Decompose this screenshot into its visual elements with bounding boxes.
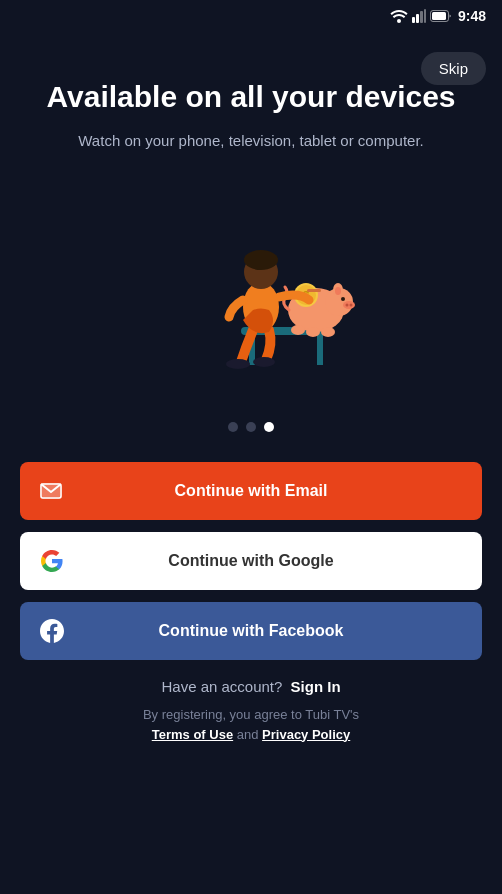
email-button-label: Continue with Email [175, 482, 328, 500]
hero-title: Available on all your devices [46, 78, 455, 116]
svg-point-27 [244, 250, 278, 270]
svg-point-15 [346, 304, 349, 307]
facebook-button-label: Continue with Facebook [159, 622, 344, 640]
svg-point-29 [253, 357, 275, 367]
svg-rect-2 [416, 14, 419, 23]
svg-rect-3 [420, 11, 423, 23]
wifi-icon [390, 9, 408, 23]
terms-of-use-link[interactable]: Terms of Use [152, 727, 233, 742]
terms-separator: and [237, 727, 262, 742]
svg-point-20 [321, 327, 335, 337]
svg-point-18 [291, 325, 305, 335]
account-question: Have an account? [161, 678, 282, 695]
svg-rect-24 [307, 289, 321, 292]
google-button-label: Continue with Google [168, 552, 333, 570]
status-time: 9:48 [458, 8, 486, 24]
continue-google-button[interactable]: Continue with Google [20, 532, 482, 590]
svg-point-19 [306, 327, 320, 337]
terms-prefix: By registering, you agree to Tubi TV's [143, 707, 359, 722]
skip-button[interactable]: Skip [421, 52, 486, 85]
dot-3 [264, 422, 274, 432]
privacy-policy-link[interactable]: Privacy Policy [262, 727, 350, 742]
svg-point-13 [335, 287, 341, 295]
dot-2 [246, 422, 256, 432]
hero-subtitle: Watch on your phone, television, tablet … [78, 130, 423, 153]
svg-point-0 [397, 19, 401, 23]
status-icons [390, 9, 452, 23]
continue-email-button[interactable]: Continue with Email [20, 462, 482, 520]
signal-icon [412, 9, 426, 23]
illustration: $ [141, 192, 361, 392]
pagination-dots [228, 422, 274, 432]
svg-rect-6 [432, 12, 446, 20]
dot-1 [228, 422, 238, 432]
svg-point-14 [343, 301, 355, 309]
sign-in-link[interactable]: Sign In [291, 678, 341, 695]
svg-rect-1 [412, 17, 415, 23]
content-area: Available on all your devices Watch on y… [0, 28, 502, 462]
facebook-icon [40, 619, 64, 643]
status-bar: 9:48 [0, 0, 502, 28]
continue-facebook-button[interactable]: Continue with Facebook [20, 602, 482, 660]
battery-icon [430, 10, 452, 22]
svg-point-17 [341, 297, 345, 301]
google-icon [40, 549, 64, 573]
svg-point-28 [226, 359, 250, 369]
email-icon [40, 483, 62, 499]
buttons-area: Continue with Email Continue with Google… [0, 462, 502, 660]
svg-rect-4 [424, 9, 426, 23]
account-section: Have an account? Sign In [0, 678, 502, 695]
terms-section: By registering, you agree to Tubi TV's T… [0, 705, 502, 744]
svg-point-16 [350, 304, 353, 307]
svg-rect-9 [317, 335, 323, 365]
